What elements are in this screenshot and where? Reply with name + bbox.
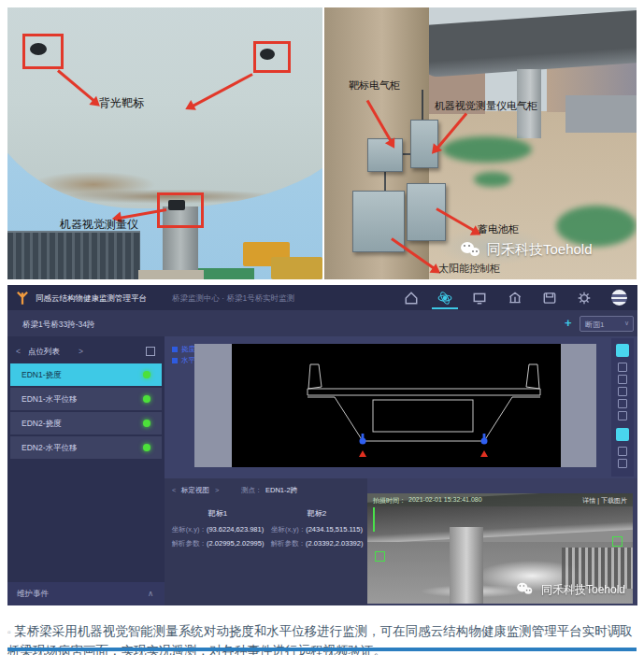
- target-name: 靶标1: [170, 508, 265, 519]
- chevron-down-icon: ∨: [624, 320, 629, 327]
- sidebar-item-label: EDN1-水平位移: [21, 394, 78, 404]
- watermark-text: 同禾科技Toehold: [487, 241, 593, 259]
- photo-annotation-label: 机器视觉测量仪电气柜: [435, 99, 537, 113]
- sidebar-item-edn1-horizontal[interactable]: EDN1-水平位移: [10, 388, 162, 410]
- caption-bullet: ▫: [7, 627, 11, 637]
- span-title: 桥梁1号桥33跨-34跨: [22, 320, 94, 331]
- tool-settings[interactable]: [618, 459, 627, 468]
- article-page: 背光靶标 机器视觉测量仪 靶标电气柜 机器视觉测量仪电气柜 蓄电池柜 太阳能控制…: [0, 0, 644, 655]
- app-title: 同感云结构物健康监测管理平台: [36, 293, 147, 305]
- project-icon[interactable]: [508, 291, 522, 306]
- expand-icon[interactable]: [146, 347, 155, 356]
- param-label: 解析参数：: [172, 539, 208, 548]
- status-dot-online: [143, 444, 150, 451]
- coord-label: 坐标(x,y)：: [271, 525, 306, 534]
- sidebar-item-label: EDN2-水平位移: [21, 443, 78, 452]
- coord-value: (2434.15,515.115): [306, 525, 363, 534]
- divider-blue-bar: [7, 648, 637, 651]
- site-wall-shape: [565, 95, 637, 133]
- tool-pan[interactable]: [618, 387, 627, 396]
- watermark: 同禾科技Toehold: [461, 241, 593, 259]
- coord-label: 坐标(x,y)：: [172, 525, 207, 534]
- active-tab-underline: [432, 307, 458, 309]
- tool-fit[interactable]: [618, 411, 627, 420]
- point-label: 测点：: [241, 486, 263, 495]
- canvas-margin-left: [194, 344, 232, 467]
- tool-zoom-out[interactable]: [618, 375, 627, 384]
- tarp-shape: [198, 268, 254, 279]
- panel-title: 标定视图: [181, 486, 209, 495]
- logo-icon: [15, 291, 30, 306]
- ground-shape: [138, 270, 204, 279]
- video-target-marker: [612, 536, 623, 547]
- tool-grid[interactable]: [618, 447, 627, 456]
- status-dot-online: [143, 395, 150, 403]
- machinery-shape: [271, 257, 322, 279]
- status-dot-online: [143, 420, 150, 427]
- avatar[interactable]: [611, 290, 627, 306]
- camera-device: [30, 43, 47, 55]
- coord-value: (93.6224,623.981): [207, 525, 264, 534]
- fence-shape: [7, 231, 140, 279]
- target-1-block: 靶标1 坐标(x,y)：(93.6224,623.981) 解析参数：(2.02…: [170, 508, 265, 548]
- screen-icon[interactable]: [472, 291, 487, 306]
- monitoring-icon[interactable]: [437, 291, 452, 306]
- settings-icon[interactable]: [577, 291, 592, 306]
- sidebar-item-label: EDN1-挠度: [21, 370, 62, 379]
- photo-annotation-label: 太阳能控制柜: [438, 262, 500, 276]
- photo-bridge-underside: 背光靶标 机器视觉测量仪: [7, 7, 322, 279]
- breadcrumb: 桥梁监测中心 · 桥梁1号桥实时监测: [172, 293, 294, 305]
- vision-sensor-device: [168, 200, 185, 210]
- wechat-logo-icon: [517, 583, 534, 596]
- photo-annotation-label: 蓄电池柜: [478, 222, 519, 236]
- add-section-button[interactable]: +: [565, 316, 572, 330]
- live-video-panel: 拍摄时间： 2021-02-01 15:32:41.080 详情 | 下载图片 …: [367, 493, 633, 604]
- tool-rotate[interactable]: [618, 399, 627, 408]
- sidebar-item-edn2-deflection[interactable]: EDN2-挠度: [10, 412, 162, 434]
- maintenance-events-label: 维护事件: [17, 589, 49, 600]
- schematic-zone: 挠度测点 水平位移测点: [165, 336, 637, 478]
- photo-annotation-label: 背光靶标: [99, 95, 144, 111]
- tool-button-view[interactable]: [616, 344, 629, 357]
- video-overlay-header: 拍摄时间： 2021-02-01 15:32:41.080 详情 | 下载图片: [367, 493, 633, 506]
- legend-swatch: [172, 347, 178, 352]
- video-pier-shape: [450, 527, 483, 604]
- tool-zoom-in[interactable]: [618, 363, 627, 372]
- param-value: (2.03392,2.03392): [306, 539, 363, 548]
- cross-section-canvas[interactable]: [232, 344, 561, 467]
- camera-device: [260, 49, 275, 60]
- param-value: (2.02995,2.02995): [207, 539, 264, 548]
- watermark-text: 同禾科技Toehold: [541, 582, 625, 598]
- section-select-value: 断面1: [585, 320, 604, 330]
- home-icon[interactable]: [404, 291, 419, 306]
- green-netting-shape: [442, 136, 532, 163]
- chevron-left-icon[interactable]: <: [172, 486, 176, 494]
- chevron-right-icon[interactable]: >: [215, 486, 219, 494]
- chevron-right-icon[interactable]: >: [79, 347, 83, 356]
- storage-icon[interactable]: [542, 291, 557, 306]
- calibration-panel: < 标定视图 > 测点： EDN1-2跨 靶标1 坐标(x,y)：(93.622…: [165, 478, 367, 605]
- sidebar-item-label: EDN2-挠度: [21, 419, 62, 428]
- tool-button-layers[interactable]: [616, 428, 629, 441]
- canvas-toolbar: [611, 338, 634, 477]
- video-actions[interactable]: 详情 | 下载图片: [582, 496, 627, 505]
- section-select[interactable]: 断面1 ∨: [580, 316, 634, 332]
- bridge-cross-section-drawing: [232, 344, 561, 467]
- video-target-marker: [375, 551, 385, 562]
- chevron-left-icon[interactable]: <: [16, 347, 21, 356]
- photo-annotation-label: 机器视觉测量仪: [60, 217, 138, 233]
- top-navbar: 同感云结构物健康监测管理平台 桥梁监测中心 · 桥梁1号桥实时监测: [7, 285, 637, 310]
- maintenance-events-header[interactable]: 维护事件 ∧: [7, 582, 165, 605]
- target-2-block: 靶标2 坐标(x,y)：(2434.15,515.115) 解析参数：(2.03…: [269, 508, 365, 548]
- legend-swatch: [172, 358, 178, 363]
- sidebar-item-edn2-horizontal[interactable]: EDN2-水平位移: [10, 436, 162, 459]
- conduit-line: [384, 172, 386, 192]
- param-label: 解析参数：: [271, 539, 307, 548]
- sidebar-title: 点位列表: [28, 347, 60, 358]
- status-dot-online: [143, 371, 150, 378]
- sidebar-point-list: < 点位列表 > EDN1-挠度 EDN1-水平位移 EDN2-挠度 EDN2-…: [7, 336, 165, 605]
- sidebar-item-edn1-deflection[interactable]: EDN1-挠度: [10, 363, 162, 386]
- target-markers-blue: [360, 434, 488, 445]
- collapse-icon[interactable]: ∧: [148, 589, 153, 598]
- wechat-logo-icon: [461, 242, 481, 259]
